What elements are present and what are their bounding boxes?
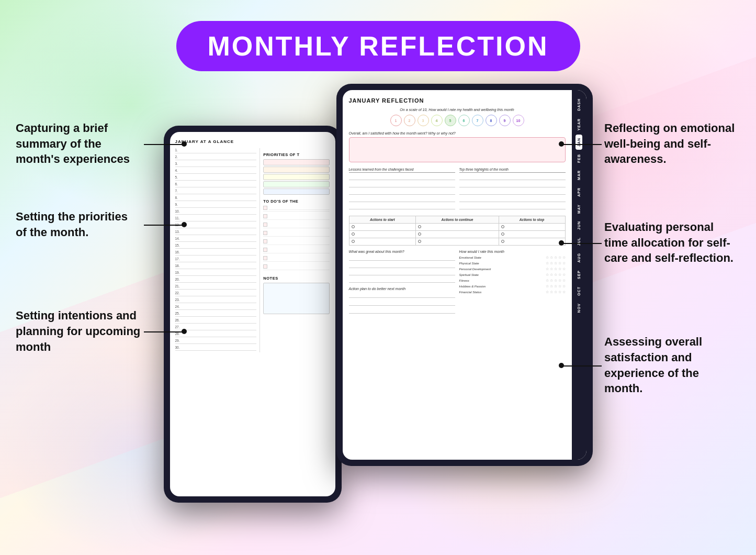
right-annotation-line-3 [562, 365, 602, 367]
tab-oct[interactable]: OCT [576, 283, 582, 299]
actions-stop-header: Actions to stop [499, 216, 565, 224]
back-left-col: 1. 2. 3. 4. 5. 6. 7. 8. 9. 10. 11. 12. [175, 148, 261, 352]
star-icon: ☆ [554, 267, 557, 271]
list-item: 7. [175, 189, 257, 194]
tab-jan[interactable]: JAN [576, 135, 582, 150]
stars: ☆ ☆ ☆ ☆ ☆ [546, 273, 566, 277]
annotation-priorities: Setting the priorities of the month. [16, 209, 141, 240]
great-line-1 [349, 256, 455, 261]
rating-circle-6: 6 [458, 115, 470, 126]
rating-circle-9: 9 [499, 115, 511, 126]
star-icon: ☆ [554, 290, 557, 294]
list-item: 16. [175, 250, 257, 256]
rating-row-financial: Financial Status ☆ ☆ ☆ ☆ ☆ [459, 290, 566, 294]
back-tablet-screen: JANUARY AT A GLANCE 1. 2. 3. 4. 5. 6. 7.… [170, 132, 335, 496]
action-plan-line-2 [349, 301, 455, 306]
list-item: 27. [175, 325, 257, 330]
highlights-line-3 [459, 190, 566, 195]
tab-dash[interactable]: DASH [576, 95, 582, 114]
list-item: 3. [175, 162, 257, 167]
annotation-summary: Capturing a brief summary of the month's… [16, 120, 141, 167]
star-icon: ☆ [558, 256, 561, 260]
list-item: 6. [175, 182, 257, 187]
tab-nov[interactable]: NOV [576, 300, 582, 316]
satisfaction-question: Overall, am I satisfied with how the mon… [349, 131, 566, 135]
todo-checkbox [263, 256, 267, 260]
star-icon: ☆ [562, 267, 566, 271]
back-tablet-title: JANUARY AT A GLANCE [175, 139, 330, 144]
list-item: 2. [175, 155, 257, 160]
tab-jun[interactable]: JUN [576, 218, 582, 233]
right-annotation-dot-1 [559, 141, 564, 147]
rating-row-physical: Physical State ☆ ☆ ☆ ☆ ☆ [459, 261, 566, 265]
tablets-container: JANUARY AT A GLANCE 1. 2. 3. 4. 5. 6. 7.… [164, 84, 593, 534]
stars: ☆ ☆ ☆ ☆ ☆ [546, 290, 566, 294]
list-item: 8. [175, 196, 257, 201]
list-item: 21. [175, 284, 257, 290]
great-line-3 [349, 270, 455, 275]
rating-circle-7: 7 [472, 115, 483, 126]
satisfaction-box [349, 137, 566, 162]
list-item: 18. [175, 264, 257, 269]
list-item: 25. [175, 312, 257, 317]
rating-row-hobbies: Hobbies & Passion ☆ ☆ ☆ ☆ ☆ [459, 284, 566, 288]
rate-month-label: How would I rate this month [459, 250, 566, 253]
right-annotations: Reflecting on emotional well-being and s… [604, 120, 740, 433]
annotation-line-1 [144, 144, 183, 145]
highlights-line-2 [459, 182, 566, 187]
action-dot [418, 240, 421, 243]
star-icon: ☆ [554, 279, 557, 283]
tab-year[interactable]: YEAR [576, 115, 582, 134]
star-icon: ☆ [546, 290, 549, 294]
stars: ☆ ☆ ☆ ☆ ☆ [546, 267, 566, 271]
star-icon: ☆ [558, 267, 561, 271]
lessons-line-1 [349, 175, 455, 180]
annotation-line-2 [144, 225, 183, 226]
actions-table: Actions to start Actions to continue Act… [349, 216, 566, 246]
priority-item [263, 174, 330, 180]
tab-jul[interactable]: JUL [576, 234, 582, 249]
list-item: 10. [175, 209, 257, 215]
list-item: 14. [175, 237, 257, 242]
star-icon: ☆ [550, 279, 553, 283]
rating-row-emotional: Emotional State ☆ ☆ ☆ ☆ ☆ [459, 256, 566, 260]
todo-checkbox [263, 231, 267, 235]
right-annotation-dot-3 [559, 363, 564, 368]
tab-may[interactable]: MAY [576, 201, 582, 217]
star-icon: ☆ [550, 273, 553, 277]
table-row [349, 238, 565, 246]
highlights-col: Top three highlights of the month [459, 168, 566, 212]
list-item: 5. [175, 175, 257, 181]
todo-checkbox [263, 239, 267, 243]
action-cell [416, 238, 499, 246]
priorities-title: PRIORITIES OF T [263, 152, 330, 157]
star-icon: ☆ [558, 284, 561, 288]
tab-feb[interactable]: FEB [576, 151, 582, 166]
action-cell [349, 231, 416, 238]
rating-label: Physical State [459, 262, 546, 265]
tab-sep[interactable]: SEP [576, 267, 582, 282]
tab-aug[interactable]: AUG [576, 250, 582, 266]
rating-circle-4: 4 [431, 115, 443, 126]
todo-checkbox [263, 264, 267, 269]
list-item: 29. [175, 339, 257, 344]
stars: ☆ ☆ ☆ ☆ ☆ [546, 279, 566, 283]
front-tablet: JANUARY REFLECTION On a scale of 10, How… [336, 84, 593, 466]
tab-mar[interactable]: MAR [576, 167, 582, 183]
list-item: 28. [175, 332, 257, 337]
todo-checkbox [263, 248, 267, 252]
priority-item [263, 159, 330, 165]
todo-item [263, 231, 330, 237]
list-item: 12. [175, 223, 257, 228]
star-icon: ☆ [554, 284, 557, 288]
action-cell [349, 238, 416, 246]
tab-apr[interactable]: APR [576, 184, 582, 200]
rating-label: Fitness [459, 279, 546, 282]
table-row [349, 231, 565, 238]
rating-row-spiritual: Spiritual State ☆ ☆ ☆ ☆ ☆ [459, 273, 566, 277]
action-dot [352, 232, 355, 236]
list-item: 26. [175, 318, 257, 324]
list-item: 9. [175, 203, 257, 208]
left-annotations: Capturing a brief summary of the month's… [16, 120, 141, 386]
rating-circle-1: 1 [390, 115, 402, 126]
